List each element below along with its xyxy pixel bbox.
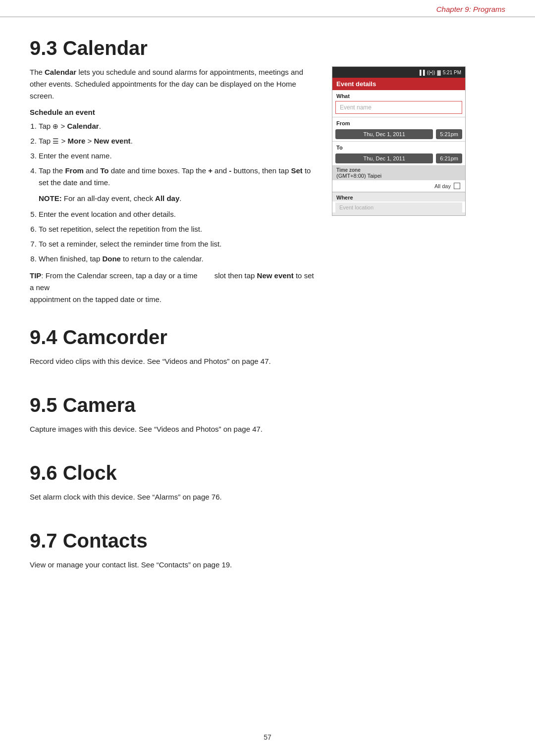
step-2: Tap ☰ > More > New event. [39,135,317,147]
schedule-event-heading: Schedule an event [30,108,317,116]
section-heading-contacts: 9.7 Contacts [30,530,505,552]
what-label: What [332,90,465,100]
apps-icon: ⊕ [53,121,58,132]
phone-statusbar: ▐▐ ((•)) ▓ 5:21 PM [332,67,465,78]
status-icons: ▐▐ ((•)) ▓ 5:21 PM [418,70,461,75]
step-4: Tap the From and To date and time boxes.… [39,165,317,204]
allday-checkbox[interactable] [454,183,460,189]
section-heading-calendar: 9.3 Calendar [30,37,505,59]
to-date-btn[interactable]: Thu, Dec 1, 2011 [335,153,433,163]
signal-icon: ▐▐ [418,70,425,75]
camcorder-body: Record video clips with this device. See… [30,355,337,367]
section-camera: 9.5 Camera Capture images with this devi… [30,389,505,441]
timezone-label: Time zone [336,167,461,173]
step-3: Enter the event name. [39,150,317,162]
page-number: 57 [264,733,271,741]
from-label: From [332,117,465,127]
chapter-title: Chapter 9: Programs [436,5,505,13]
from-date-btn[interactable]: Thu, Dec 1, 2011 [335,129,433,139]
step-7: To set a reminder, select the reminder t… [39,238,317,250]
battery-icon: ▓ [437,70,440,75]
section-contacts: 9.7 Contacts View or manage your contact… [30,525,505,577]
contacts-body: View or manage your contact list. See “C… [30,559,337,571]
menu-icon: ☰ [53,136,59,147]
calendar-instructions: The Calendar lets you schedule and sound… [30,66,317,305]
to-time-btn[interactable]: 6:21pm [436,153,462,163]
section-calendar: 9.3 Calendar The Calendar lets you sched… [30,32,505,305]
step-1: Tap ⊕ > Calendar. [39,120,317,132]
section-camcorder: 9.4 Camcorder Record video clips with th… [30,321,505,373]
note-allday: NOTE: For an all-day event, check All da… [39,193,317,204]
section-clock: 9.6 Clock Set alarm clock with this devi… [30,457,505,509]
from-time-btn[interactable]: 5:21pm [436,129,462,139]
section-heading-camera: 9.5 Camera [30,394,505,416]
camera-body: Capture images with this device. See “Vi… [30,423,337,435]
page-header: Chapter 9: Programs [0,0,535,17]
wifi-icon: ((•)) [427,70,435,75]
event-location-input[interactable]: Event location [335,202,462,212]
timezone-value: (GMT+8:00) Taipei [336,173,461,179]
clock-body: Set alarm clock with this device. See “A… [30,491,337,503]
tip-calendar: TIP: From the Calendar screen, tap a day… [30,270,317,305]
step-5: Enter the event location and other detai… [39,208,317,220]
section-heading-camcorder: 9.4 Camcorder [30,326,505,349]
main-content: 9.3 Calendar The Calendar lets you sched… [0,17,535,622]
phone-body: What Event name From Thu, Dec 1, 2011 5:… [332,90,465,212]
step-6: To set repetition, select the repetition… [39,223,317,235]
to-label: To [332,142,465,151]
calendar-intro: The Calendar lets you schedule and sound… [30,66,317,102]
calendar-two-col: The Calendar lets you schedule and sound… [30,66,505,305]
step-8: When finished, tap Done to return to the… [39,253,317,265]
allday-row: All day [332,180,465,192]
from-row: Thu, Dec 1, 2011 5:21pm [332,127,465,141]
calendar-steps: Tap ⊕ > Calendar. Tap ☰ > More > New eve… [39,120,317,265]
phone-screenshot: ▐▐ ((•)) ▓ 5:21 PM Event details What Ev… [332,66,466,216]
phone-screen: ▐▐ ((•)) ▓ 5:21 PM Event details What Ev… [332,66,466,216]
allday-label: All day [434,183,451,189]
to-row: Thu, Dec 1, 2011 6:21pm [332,151,465,165]
page-footer: 57 [264,733,271,741]
section-heading-clock: 9.6 Clock [30,462,505,484]
event-name-input[interactable]: Event name [335,101,462,114]
timezone-row: Time zone (GMT+8:00) Taipei [332,166,465,180]
time-display: 5:21 PM [443,70,461,75]
where-label: Where [332,192,465,202]
phone-topbar: Event details [332,78,465,90]
